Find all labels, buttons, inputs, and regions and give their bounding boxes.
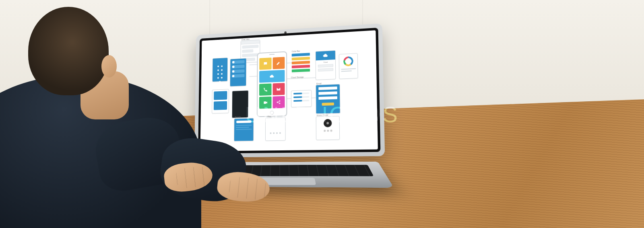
mail-icon [276, 86, 281, 91]
donut-icon [343, 56, 353, 66]
mock-donut-chart [339, 53, 358, 79]
pencil-icon [276, 61, 281, 66]
mock-color-bar [292, 51, 310, 73]
mock-keypad-screen [212, 58, 228, 82]
watermark-left: UNL [245, 101, 295, 127]
watermark-right: PHOTOS [295, 101, 399, 127]
mock-card-pair [212, 89, 229, 113]
trackpad[interactable] [248, 178, 316, 185]
upload-title: Cloud [317, 61, 334, 64]
tile-mail[interactable] [272, 83, 285, 95]
laptop-base [180, 162, 394, 188]
stock-watermark: UNLPHOTOS [245, 101, 399, 127]
label-colorbar: Color Bar [292, 50, 300, 53]
player-controls[interactable] [316, 129, 339, 132]
svg-line-1 [250, 76, 257, 77]
ux-wireframe-canvas: Chat view [200, 30, 378, 151]
photo-scene: Chat view [0, 0, 644, 228]
laptop-lid: Chat view [194, 23, 385, 158]
phone-icon [263, 87, 267, 92]
cloud-upload-icon [323, 53, 328, 58]
tile-message[interactable] [259, 58, 271, 70]
phone-speaker [269, 54, 275, 55]
mock-list-screen [230, 58, 246, 86]
mock-cloud-upload: Cloud [316, 50, 336, 80]
cloud-icon [270, 74, 275, 79]
label-chat: Chat view [242, 38, 250, 41]
keyboard[interactable] [196, 165, 374, 177]
message-icon [263, 61, 267, 66]
tile-edit[interactable] [272, 57, 285, 69]
tile-phone[interactable] [259, 84, 271, 96]
tile-cloud[interactable] [259, 70, 285, 83]
laptop-screen: Chat view [200, 30, 378, 151]
label-cloud-storage: Cloud Storage [291, 76, 303, 78]
svg-line-0 [250, 64, 257, 65]
